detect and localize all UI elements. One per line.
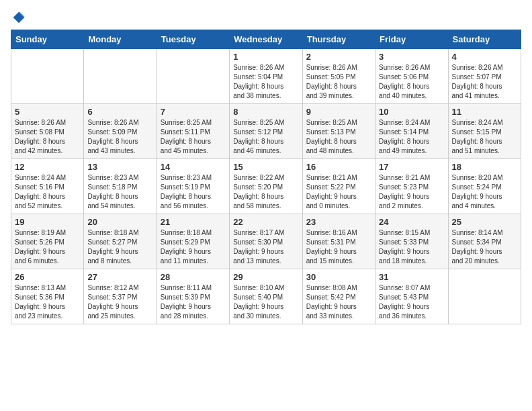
day-info: Sunrise: 8:26 AM Sunset: 5:09 PM Dayligh… [87,118,152,156]
day-number: 12 [15,162,80,172]
day-info: Sunrise: 8:24 AM Sunset: 5:14 PM Dayligh… [379,118,444,156]
calendar-cell [11,49,84,104]
calendar-cell: 21Sunrise: 8:18 AM Sunset: 5:29 PM Dayli… [157,214,229,269]
weekday-header-saturday: Saturday [448,30,521,49]
day-number: 25 [452,217,517,227]
day-number: 19 [15,217,80,227]
day-info: Sunrise: 8:10 AM Sunset: 5:40 PM Dayligh… [233,283,298,321]
day-info: Sunrise: 8:26 AM Sunset: 5:07 PM Dayligh… [452,63,517,101]
weekday-header-thursday: Thursday [302,30,375,49]
calendar-cell: 20Sunrise: 8:18 AM Sunset: 5:27 PM Dayli… [84,214,157,269]
day-info: Sunrise: 8:08 AM Sunset: 5:42 PM Dayligh… [306,283,371,321]
weekday-header-friday: Friday [375,30,448,49]
day-info: Sunrise: 8:20 AM Sunset: 5:24 PM Dayligh… [452,173,517,211]
calendar-cell [84,49,157,104]
calendar-cell: 30Sunrise: 8:08 AM Sunset: 5:42 PM Dayli… [302,269,375,324]
day-info: Sunrise: 8:14 AM Sunset: 5:34 PM Dayligh… [452,228,517,266]
day-number: 29 [233,272,298,282]
calendar-cell: 15Sunrise: 8:22 AM Sunset: 5:20 PM Dayli… [230,159,302,214]
day-info: Sunrise: 8:23 AM Sunset: 5:18 PM Dayligh… [87,173,152,211]
calendar-cell: 19Sunrise: 8:19 AM Sunset: 5:26 PM Dayli… [11,214,84,269]
day-info: Sunrise: 8:26 AM Sunset: 5:05 PM Dayligh… [306,63,371,101]
day-info: Sunrise: 8:18 AM Sunset: 5:27 PM Dayligh… [87,228,152,266]
weekday-header-monday: Monday [84,30,157,49]
calendar-cell: 6Sunrise: 8:26 AM Sunset: 5:09 PM Daylig… [84,104,157,159]
day-info: Sunrise: 8:26 AM Sunset: 5:06 PM Dayligh… [379,63,444,101]
calendar-cell: 14Sunrise: 8:23 AM Sunset: 5:19 PM Dayli… [157,159,229,214]
calendar-cell: 26Sunrise: 8:13 AM Sunset: 5:36 PM Dayli… [11,269,84,324]
day-number: 14 [161,162,226,172]
day-info: Sunrise: 8:26 AM Sunset: 5:08 PM Dayligh… [15,118,80,156]
day-number: 13 [87,162,152,172]
day-info: Sunrise: 8:17 AM Sunset: 5:30 PM Dayligh… [233,228,298,266]
calendar-cell: 23Sunrise: 8:16 AM Sunset: 5:31 PM Dayli… [302,214,375,269]
day-info: Sunrise: 8:15 AM Sunset: 5:33 PM Dayligh… [379,228,444,266]
calendar-cell: 11Sunrise: 8:24 AM Sunset: 5:15 PM Dayli… [448,104,521,159]
day-info: Sunrise: 8:13 AM Sunset: 5:36 PM Dayligh… [15,283,80,321]
day-number: 15 [233,162,298,172]
day-info: Sunrise: 8:25 AM Sunset: 5:13 PM Dayligh… [306,118,371,156]
day-info: Sunrise: 8:21 AM Sunset: 5:22 PM Dayligh… [306,173,371,211]
calendar-cell: 27Sunrise: 8:12 AM Sunset: 5:37 PM Dayli… [84,269,157,324]
calendar-cell: 29Sunrise: 8:10 AM Sunset: 5:40 PM Dayli… [230,269,302,324]
calendar-cell: 28Sunrise: 8:11 AM Sunset: 5:39 PM Dayli… [157,269,229,324]
calendar-cell: 25Sunrise: 8:14 AM Sunset: 5:34 PM Dayli… [448,214,521,269]
day-info: Sunrise: 8:16 AM Sunset: 5:31 PM Dayligh… [306,228,371,266]
day-info: Sunrise: 8:26 AM Sunset: 5:04 PM Dayligh… [233,63,298,101]
calendar-cell: 4Sunrise: 8:26 AM Sunset: 5:07 PM Daylig… [448,49,521,104]
logo-icon [12,11,26,24]
calendar-table: SundayMondayTuesdayWednesdayThursdayFrid… [11,30,521,324]
day-info: Sunrise: 8:22 AM Sunset: 5:20 PM Dayligh… [233,173,298,211]
calendar-header-row: SundayMondayTuesdayWednesdayThursdayFrid… [11,30,521,49]
day-number: 28 [161,272,226,282]
day-number: 23 [306,217,371,227]
day-number: 20 [87,217,152,227]
calendar-week-1: 1Sunrise: 8:26 AM Sunset: 5:04 PM Daylig… [11,49,521,104]
calendar-cell: 12Sunrise: 8:24 AM Sunset: 5:16 PM Dayli… [11,159,84,214]
svg-marker-0 [13,12,25,24]
day-number: 6 [87,107,152,117]
day-number: 17 [379,162,444,172]
day-number: 5 [15,107,80,117]
calendar-cell: 16Sunrise: 8:21 AM Sunset: 5:22 PM Dayli… [302,159,375,214]
calendar-cell: 18Sunrise: 8:20 AM Sunset: 5:24 PM Dayli… [448,159,521,214]
day-number: 31 [379,272,444,282]
calendar-cell [157,49,229,104]
day-info: Sunrise: 8:24 AM Sunset: 5:16 PM Dayligh… [15,173,80,211]
calendar-cell: 10Sunrise: 8:24 AM Sunset: 5:14 PM Dayli… [375,104,448,159]
day-info: Sunrise: 8:19 AM Sunset: 5:26 PM Dayligh… [15,228,80,266]
calendar-week-3: 12Sunrise: 8:24 AM Sunset: 5:16 PM Dayli… [11,159,521,214]
calendar-cell: 7Sunrise: 8:25 AM Sunset: 5:11 PM Daylig… [157,104,229,159]
calendar-cell [448,269,521,324]
calendar-week-5: 26Sunrise: 8:13 AM Sunset: 5:36 PM Dayli… [11,269,521,324]
day-number: 30 [306,272,371,282]
day-info: Sunrise: 8:18 AM Sunset: 5:29 PM Dayligh… [161,228,226,266]
weekday-header-tuesday: Tuesday [157,30,229,49]
page-header [11,11,521,24]
day-number: 24 [379,217,444,227]
calendar-cell: 31Sunrise: 8:07 AM Sunset: 5:43 PM Dayli… [375,269,448,324]
weekday-header-sunday: Sunday [11,30,84,49]
logo [11,11,26,24]
day-number: 22 [233,217,298,227]
calendar-cell: 5Sunrise: 8:26 AM Sunset: 5:08 PM Daylig… [11,104,84,159]
day-info: Sunrise: 8:23 AM Sunset: 5:19 PM Dayligh… [161,173,226,211]
calendar-cell: 9Sunrise: 8:25 AM Sunset: 5:13 PM Daylig… [302,104,375,159]
day-number: 27 [87,272,152,282]
day-info: Sunrise: 8:11 AM Sunset: 5:39 PM Dayligh… [161,283,226,321]
day-info: Sunrise: 8:24 AM Sunset: 5:15 PM Dayligh… [452,118,517,156]
day-number: 2 [306,52,371,62]
calendar-week-2: 5Sunrise: 8:26 AM Sunset: 5:08 PM Daylig… [11,104,521,159]
day-info: Sunrise: 8:12 AM Sunset: 5:37 PM Dayligh… [87,283,152,321]
day-number: 11 [452,107,517,117]
day-number: 26 [15,272,80,282]
day-number: 3 [379,52,444,62]
calendar-cell: 2Sunrise: 8:26 AM Sunset: 5:05 PM Daylig… [302,49,375,104]
calendar-cell: 22Sunrise: 8:17 AM Sunset: 5:30 PM Dayli… [230,214,302,269]
day-info: Sunrise: 8:25 AM Sunset: 5:12 PM Dayligh… [233,118,298,156]
calendar-week-4: 19Sunrise: 8:19 AM Sunset: 5:26 PM Dayli… [11,214,521,269]
day-number: 8 [233,107,298,117]
day-number: 4 [452,52,517,62]
day-number: 18 [452,162,517,172]
calendar-cell: 17Sunrise: 8:21 AM Sunset: 5:23 PM Dayli… [375,159,448,214]
